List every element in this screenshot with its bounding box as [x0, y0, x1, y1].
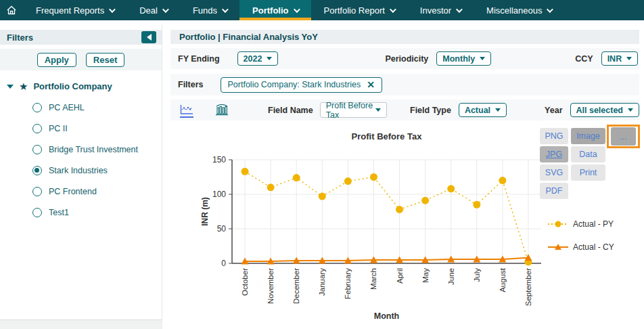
- radio-3[interactable]: [32, 166, 42, 175]
- chevron-down-icon: [375, 108, 381, 112]
- nav-item-funds[interactable]: Funds: [180, 0, 239, 20]
- field-name-value: Profit Before Tax: [326, 101, 375, 120]
- tree-expand-caret-icon[interactable]: [7, 85, 14, 89]
- export-data-button[interactable]: Data: [571, 146, 605, 162]
- svg-text:December: December: [292, 268, 300, 304]
- nav-item-label: Investor: [420, 5, 451, 16]
- radio-option-pc-ii[interactable]: PC II: [32, 124, 162, 133]
- bar-chart-icon: [215, 104, 229, 116]
- line-chart-view-button[interactable]: [180, 103, 193, 118]
- breadcrumb: Portfolio | Financial Analysis YoY: [179, 32, 318, 42]
- radio-option-label: Bridge Trust Investment: [49, 145, 138, 154]
- chevron-left-icon: [147, 34, 152, 41]
- radio-option-label: Stark Industries: [49, 166, 108, 175]
- svg-text:100: 100: [212, 190, 226, 199]
- export-pdf-button[interactable]: PDF: [540, 183, 568, 199]
- chevron-down-icon: [626, 57, 632, 60]
- radio-4[interactable]: [32, 187, 42, 196]
- svg-text:October: October: [241, 268, 249, 296]
- export-more-button[interactable]: ...: [611, 127, 636, 146]
- year-label: Year: [545, 106, 562, 115]
- filter-chip-label: Portfolio Company: Stark Industries: [228, 80, 361, 89]
- legend-item-actual-cy[interactable]: Actual - CY: [548, 242, 614, 252]
- chart-area: Profit Before Tax 050100150INR (m)Octobe…: [170, 120, 639, 328]
- radio-option-bridge-trust[interactable]: Bridge Trust Investment: [32, 145, 162, 154]
- svg-text:Month: Month: [374, 311, 399, 321]
- svg-text:January: January: [318, 268, 326, 296]
- ccy-dropdown[interactable]: INR: [601, 51, 639, 66]
- chevron-down-icon: [456, 6, 463, 13]
- nav-item-label: Portfolio: [252, 5, 288, 16]
- top-nav: Frequent Reports Deal Funds Portfolio Po…: [0, 0, 644, 20]
- nav-item-label: Frequent Reports: [36, 5, 104, 16]
- chevron-down-icon: [267, 57, 272, 60]
- radio-option-label: PC Frontend: [49, 187, 97, 196]
- year-dropdown[interactable]: All selected: [570, 103, 639, 117]
- radio-option-label: Test1: [49, 208, 69, 217]
- legend-label: Actual - CY: [573, 242, 614, 252]
- chevron-down-icon: [495, 108, 501, 112]
- filters-title: Filters: [7, 32, 33, 43]
- filters-header: Filters: [0, 30, 162, 45]
- cy-series-marker-icon: [548, 243, 568, 251]
- export-svg-button[interactable]: SVG: [540, 164, 568, 181]
- radio-1[interactable]: [32, 124, 42, 133]
- radio-option-pc-frontend[interactable]: PC Frontend: [32, 187, 162, 196]
- svg-text:150: 150: [212, 155, 226, 164]
- nav-item-miscellaneous[interactable]: Miscellaneous: [474, 0, 564, 20]
- nav-item-portfolio-report[interactable]: Portfolio Report: [311, 0, 407, 20]
- radio-2[interactable]: [32, 145, 42, 154]
- star-icon: ★: [19, 81, 28, 91]
- field-type-label: Field Type: [410, 106, 451, 115]
- radio-option-stark-industries[interactable]: Stark Industries: [32, 166, 162, 175]
- ccy-value: INR: [607, 54, 622, 64]
- export-print-button[interactable]: Print: [571, 164, 605, 181]
- svg-text:0: 0: [221, 259, 226, 268]
- periodicity-label: Periodicity: [385, 54, 428, 64]
- chevron-down-icon: [547, 6, 553, 13]
- svg-text:50: 50: [217, 224, 227, 234]
- field-name-dropdown[interactable]: Profit Before Tax: [320, 102, 387, 118]
- bar-chart-view-button[interactable]: [215, 103, 229, 118]
- legend-item-actual-py[interactable]: Actual - PY: [548, 219, 614, 229]
- home-button[interactable]: [0, 0, 23, 20]
- ccy-label: CCY: [575, 54, 593, 64]
- filters-row-label: Filters: [178, 80, 204, 89]
- fy-ending-dropdown[interactable]: 2022: [237, 51, 279, 66]
- fy-ending-label: FY Ending: [178, 54, 220, 64]
- radio-5[interactable]: [32, 208, 42, 217]
- radio-option-pc-aehl[interactable]: PC AEHL: [32, 103, 162, 112]
- chip-close-icon[interactable]: ✕: [367, 80, 375, 89]
- chart-title: Profit Before Tax: [232, 131, 541, 141]
- year-value: All selected: [576, 106, 623, 115]
- sidebar-collapse-button[interactable]: [141, 31, 156, 43]
- svg-text:June: June: [447, 268, 455, 285]
- svg-text:April: April: [396, 268, 404, 284]
- home-icon: [6, 5, 17, 16]
- radio-0[interactable]: [32, 103, 42, 112]
- nav-item-investor[interactable]: Investor: [407, 0, 474, 20]
- svg-text:July: July: [473, 268, 481, 282]
- chevron-down-icon: [162, 6, 169, 13]
- export-image-button[interactable]: Image: [571, 128, 605, 144]
- nav-item-portfolio[interactable]: Portfolio: [239, 0, 310, 20]
- export-jpg-button[interactable]: JPG: [540, 146, 568, 162]
- chart-controls-row: Field Name Profit Before Tax Field Type …: [170, 100, 639, 120]
- sidebar-footer-strip: [0, 320, 162, 329]
- export-png-button[interactable]: PNG: [540, 128, 568, 144]
- nav-item-deal[interactable]: Deal: [127, 0, 180, 20]
- svg-text:November: November: [267, 268, 275, 304]
- svg-text:May: May: [421, 268, 430, 283]
- reset-button[interactable]: Reset: [86, 53, 124, 67]
- radio-option-label: PC AEHL: [49, 103, 85, 112]
- field-type-dropdown[interactable]: Actual: [459, 103, 507, 117]
- fy-ending-value: 2022: [244, 54, 262, 64]
- periodicity-dropdown[interactable]: Monthly: [436, 51, 491, 66]
- apply-button[interactable]: Apply: [37, 53, 76, 67]
- nav-item-frequent-reports[interactable]: Frequent Reports: [23, 0, 127, 20]
- group-label: Portfolio Company: [33, 81, 112, 91]
- svg-text:INR (m): INR (m): [200, 197, 210, 226]
- radio-option-test1[interactable]: Test1: [32, 208, 162, 217]
- filters-row: Filters Portfolio Company: Stark Industr…: [170, 74, 639, 95]
- breadcrumb-bar: Portfolio | Financial Analysis YoY: [170, 30, 639, 44]
